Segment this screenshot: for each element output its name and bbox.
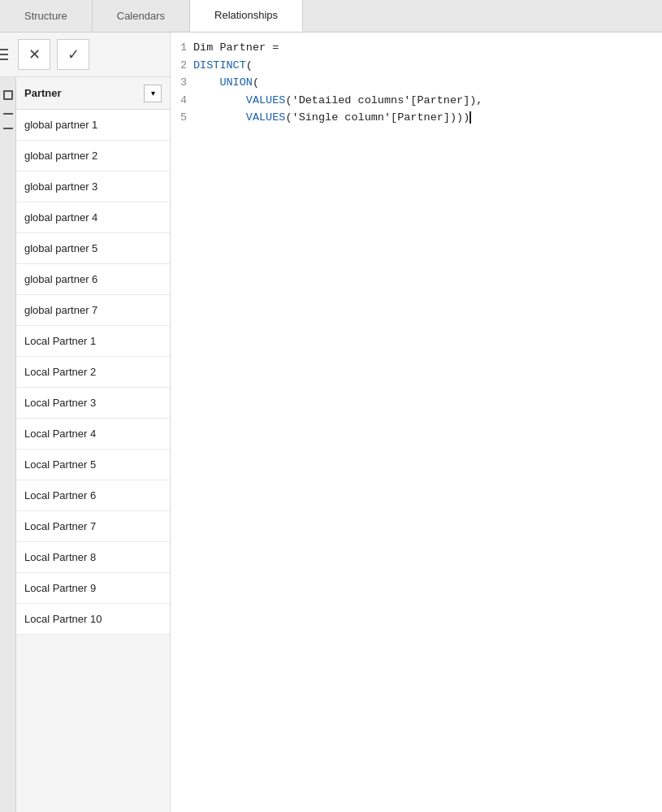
line-number: 3 (171, 74, 193, 92)
toolbar: ✕ ✓ (0, 33, 170, 77)
list-item[interactable]: Local Partner 2 (16, 357, 170, 388)
list-item[interactable]: Local Partner 6 (16, 480, 170, 511)
left-panel-inner: Partner ▾ global partner 1global partner… (0, 77, 170, 812)
sidebar-icon-2 (3, 113, 13, 115)
main-area: ✕ ✓ Partner ▾ global partner 1global par… (0, 33, 662, 812)
list-item[interactable]: global partner 2 (16, 141, 170, 172)
list-item[interactable]: global partner 4 (16, 202, 170, 233)
tab-calendars[interactable]: Calendars (93, 0, 190, 32)
column-dropdown-button[interactable]: ▾ (144, 85, 162, 102)
code-line: 5 VALUES('Single column'[Partner]))) (171, 109, 662, 127)
line-number: 4 (171, 92, 193, 110)
list-item[interactable]: global partner 7 (16, 295, 170, 326)
line-number: 2 (171, 57, 193, 75)
tab-structure[interactable]: Structure (0, 0, 93, 32)
list-item[interactable]: Local Partner 7 (16, 511, 170, 542)
sidebar-icon-1 (3, 90, 13, 100)
list-item[interactable]: Local Partner 3 (16, 388, 170, 419)
right-panel: 1Dim Partner = 2DISTINCT(3 UNION(4 VALUE… (171, 33, 662, 812)
confirm-button[interactable]: ✓ (57, 39, 89, 70)
tab-relationships[interactable]: Relationships (190, 0, 303, 32)
list-item[interactable]: Local Partner 1 (16, 326, 170, 357)
list-item[interactable]: global partner 3 (16, 172, 170, 202)
list-item[interactable]: global partner 1 (16, 110, 170, 141)
list-item[interactable]: global partner 6 (16, 264, 170, 295)
code-editor[interactable]: 1Dim Partner = 2DISTINCT(3 UNION(4 VALUE… (171, 33, 662, 812)
line-number: 1 (171, 39, 193, 57)
list-item[interactable]: Local Partner 10 (16, 604, 170, 635)
list-item[interactable]: Local Partner 8 (16, 542, 170, 573)
partner-list: global partner 1global partner 2global p… (16, 110, 170, 812)
tab-bar: Structure Calendars Relationships (0, 0, 662, 33)
sidebar-icon-3 (3, 128, 13, 129)
left-panel: ✕ ✓ Partner ▾ global partner 1global par… (0, 33, 171, 812)
column-header-text: Partner (24, 87, 144, 99)
code-line: 3 UNION( (171, 74, 662, 92)
column-header: Partner ▾ (16, 77, 170, 110)
list-item[interactable]: Local Partner 9 (16, 573, 170, 604)
cancel-button[interactable]: ✕ (18, 39, 50, 70)
code-line: 1Dim Partner = (171, 39, 662, 57)
code-line: 4 VALUES('Detailed columns'[Partner]), (171, 92, 662, 110)
list-item[interactable]: Local Partner 5 (16, 449, 170, 480)
list-item[interactable]: Local Partner 4 (16, 419, 170, 449)
code-line: 2DISTINCT( (171, 57, 662, 75)
list-item[interactable]: global partner 5 (16, 233, 170, 264)
line-number: 5 (171, 109, 193, 127)
